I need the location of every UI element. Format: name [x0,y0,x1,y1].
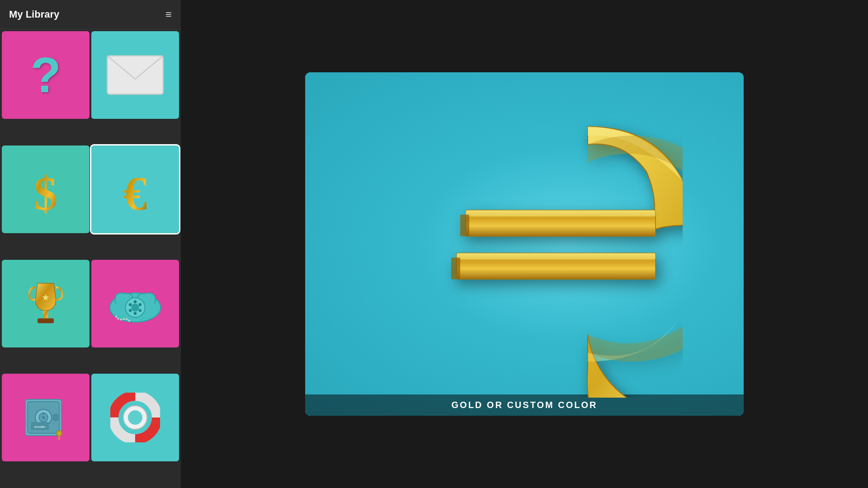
sidebar-header: My Library ≡ [0,0,181,29]
question-mark-icon: ? [2,31,90,119]
svg-text:envato: envato [34,425,46,429]
svg-rect-0 [107,56,163,94]
svg-rect-4 [38,318,54,323]
svg-rect-21 [53,415,58,420]
svg-rect-33 [466,210,656,216]
trophy-icon: ★ [2,260,90,347]
list-item[interactable] [91,374,179,461]
svg-point-8 [131,304,139,311]
safe-icon: envato [2,374,90,461]
svg-text:★: ★ [42,292,50,302]
list-item[interactable] [91,31,179,119]
list-item[interactable]: ★ [2,260,90,347]
svg-point-11 [139,309,142,311]
sidebar: My Library ≡ ? [0,0,181,488]
dollar-icon: $ [2,145,90,233]
svg-rect-3 [43,311,48,318]
euro-small-icon: € [91,145,179,233]
euro-svg-container [360,98,689,390]
library-grid: ? [0,29,181,488]
list-item[interactable] [91,260,179,347]
svg-point-24 [57,431,62,436]
svg-point-12 [134,312,137,314]
menu-icon[interactable]: ≡ [165,8,172,21]
svg-point-19 [42,416,45,419]
telephone-icon [91,260,179,347]
svg-point-13 [129,309,132,311]
list-item[interactable]: ? [2,31,90,119]
lifebuoy-icon [91,374,179,461]
svg-rect-35 [457,253,656,259]
preview-frame: GOLD OR CUSTOM COLOR [305,72,744,416]
envelope-icon [91,31,179,119]
list-item[interactable]: € [91,145,179,233]
euro-preview [305,72,744,416]
svg-point-9 [134,300,137,303]
svg-text:$: $ [34,167,58,216]
svg-rect-36 [460,215,469,236]
svg-point-31 [128,410,142,425]
list-item[interactable]: envato [2,374,90,461]
main-preview-area: GOLD OR CUSTOM COLOR [181,0,868,488]
sidebar-title: My Library [9,9,59,20]
list-item[interactable]: $ [2,145,90,233]
svg-rect-37 [451,258,460,279]
svg-point-10 [139,303,142,305]
svg-text:€: € [123,167,147,216]
svg-point-14 [129,303,132,305]
